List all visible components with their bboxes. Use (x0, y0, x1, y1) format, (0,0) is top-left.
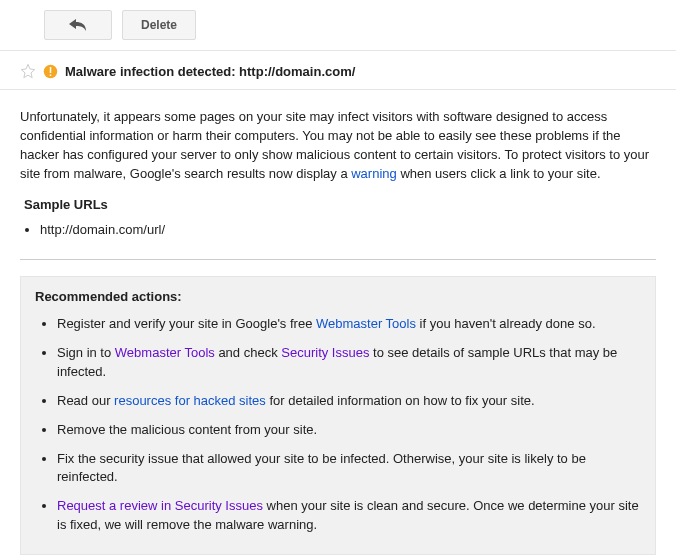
list-item: Fix the security issue that allowed your… (57, 445, 641, 493)
request-review-link[interactable]: Request a review in Security Issues (57, 498, 263, 513)
sample-urls-heading: Sample URLs (24, 197, 656, 212)
list-item: Read our resources for hacked sites for … (57, 387, 641, 416)
sample-urls-list: http://domain.com/url/ (20, 220, 656, 239)
reply-arrow-icon (69, 19, 87, 31)
svg-rect-1 (50, 67, 52, 73)
svg-rect-2 (50, 74, 52, 76)
warning-link[interactable]: warning (351, 166, 397, 181)
list-item: Sign in to Webmaster Tools and check Sec… (57, 339, 641, 387)
recommended-actions-title: Recommended actions: (35, 289, 641, 304)
hacked-sites-link[interactable]: resources for hacked sites (114, 393, 266, 408)
warning-icon (43, 64, 58, 79)
message-header: Malware infection detected: http://domai… (0, 51, 676, 90)
recommended-actions-box: Recommended actions: Register and verify… (20, 276, 656, 555)
webmaster-tools-link[interactable]: Webmaster Tools (316, 316, 416, 331)
list-item: Remove the malicious content from your s… (57, 416, 641, 445)
back-button[interactable] (44, 10, 112, 40)
list-item: Register and verify your site in Google'… (57, 310, 641, 339)
recommended-actions-list: Register and verify your site in Google'… (35, 310, 641, 540)
security-issues-link[interactable]: Security Issues (281, 345, 369, 360)
list-item: http://domain.com/url/ (40, 220, 656, 239)
star-icon[interactable] (20, 63, 36, 79)
divider (20, 259, 656, 260)
list-item: Request a review in Security Issues when… (57, 492, 641, 540)
intro-text-post: when users click a link to your site. (397, 166, 601, 181)
message-title: Malware infection detected: http://domai… (65, 64, 355, 79)
intro-paragraph: Unfortunately, it appears some pages on … (20, 108, 656, 183)
message-body: Unfortunately, it appears some pages on … (0, 90, 676, 555)
webmaster-tools-link[interactable]: Webmaster Tools (115, 345, 215, 360)
delete-button[interactable]: Delete (122, 10, 196, 40)
toolbar: Delete (0, 0, 676, 51)
